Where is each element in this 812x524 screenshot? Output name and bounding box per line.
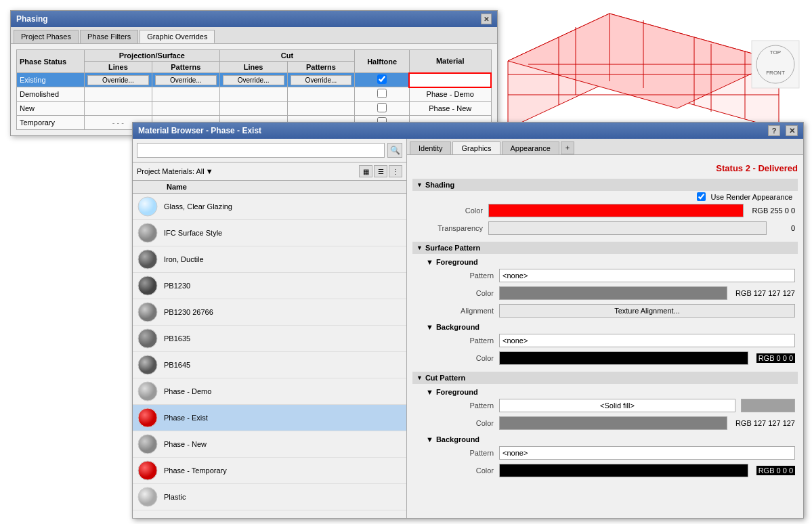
halftone-demolished[interactable] bbox=[377, 89, 387, 98]
solid-fill-button[interactable]: <Solid fill> bbox=[499, 399, 735, 412]
filter-dropdown-arrow: ▼ bbox=[206, 167, 213, 175]
list-item[interactable]: PB1645 bbox=[133, 352, 406, 378]
phasing-close-button[interactable]: ✕ bbox=[481, 14, 492, 24]
cut-foreground: ▼ Foreground Pattern <Solid fill> Color … bbox=[412, 387, 798, 431]
grid-view-button[interactable]: ▦ bbox=[359, 165, 372, 177]
tab-add-button[interactable]: + bbox=[561, 141, 574, 154]
material-name: Glass, Clear Glazing bbox=[164, 202, 232, 211]
list-item[interactable]: Iron, Ductile bbox=[133, 246, 406, 273]
transparency-label: Transparency bbox=[415, 224, 483, 232]
svg-point-17 bbox=[138, 197, 157, 216]
cut-fg-pattern-label: Pattern bbox=[426, 401, 494, 410]
override-btn-existing-cut-patterns[interactable]: Override... bbox=[291, 75, 352, 85]
tab-graphics[interactable]: Graphics bbox=[452, 141, 500, 154]
list-view-button[interactable]: ☰ bbox=[374, 165, 387, 177]
material-name: PB1635 bbox=[164, 334, 190, 343]
material-name: Phase - New bbox=[164, 440, 207, 448]
col-header-cut-patterns: Patterns bbox=[287, 62, 355, 73]
cut-bg-icon: ▼ bbox=[426, 435, 433, 443]
list-item[interactable]: Phase - Exist bbox=[133, 405, 406, 431]
surface-foreground: ▼ Foreground Pattern Color RGB 127 127 1… bbox=[412, 257, 798, 319]
thumbnail-iron bbox=[137, 248, 158, 270]
color-swatch-red[interactable] bbox=[488, 204, 744, 217]
surface-fg-pattern-row: Pattern bbox=[423, 267, 798, 284]
thumbnail-phase-temp bbox=[137, 460, 158, 481]
filter-dropdown[interactable]: Project Materials: All ▼ bbox=[137, 167, 213, 175]
cut-bg-label: Background bbox=[436, 435, 479, 443]
svg-point-25 bbox=[138, 408, 157, 427]
material-browser-body: 🔍 Project Materials: All ▼ ▦ ☰ ⋮ Name bbox=[133, 139, 803, 518]
options-button[interactable]: ⋮ bbox=[389, 165, 402, 177]
texture-alignment-button[interactable]: Texture Alignment... bbox=[499, 304, 795, 318]
cut-fg-color-swatch[interactable] bbox=[499, 416, 727, 430]
list-item[interactable]: Glass, Clear Glazing bbox=[133, 194, 406, 220]
thumbnail-pb1230 bbox=[137, 275, 158, 297]
override-btn-existing-proj-patterns[interactable]: Override... bbox=[155, 75, 217, 85]
tab-project-phases[interactable]: Project Phases bbox=[14, 30, 79, 43]
shading-section-header[interactable]: ▼ Shading bbox=[412, 179, 798, 191]
tab-phase-filters[interactable]: Phase Filters bbox=[80, 30, 138, 43]
name-column-header: Name bbox=[167, 183, 187, 191]
cut-fg-color-value: RGB 127 127 127 bbox=[735, 419, 795, 427]
svg-point-28 bbox=[138, 487, 157, 506]
surface-bg-icon: ▼ bbox=[426, 323, 433, 331]
material-browser-close-button[interactable]: ✕ bbox=[786, 125, 798, 136]
cut-pattern-label: Cut Pattern bbox=[425, 374, 465, 382]
list-item[interactable]: Phase - Demo bbox=[133, 378, 406, 405]
col-header-proj-lines: Lines bbox=[85, 62, 152, 73]
col-header-projection: Projection/Surface bbox=[85, 50, 220, 62]
color-label: Color bbox=[415, 206, 483, 215]
material-list[interactable]: Glass, Clear Glazing IFC Surface Style I… bbox=[133, 194, 406, 518]
svg-point-26 bbox=[138, 435, 157, 454]
cut-fg-header[interactable]: ▼ Foreground bbox=[423, 387, 798, 397]
phase-status-demolished: Demolished bbox=[17, 87, 85, 102]
use-render-label: Use Render Appearance bbox=[711, 193, 792, 201]
cut-bg-color-value: RGB 0 0 0 bbox=[756, 466, 795, 475]
list-item[interactable]: PB1230 bbox=[133, 273, 406, 299]
list-item[interactable]: PB1230 26766 bbox=[133, 299, 406, 326]
thumbnail-phase-exist bbox=[137, 407, 158, 429]
phase-status-new: New bbox=[17, 102, 85, 116]
cut-bg-pattern-input[interactable] bbox=[499, 446, 795, 460]
list-item[interactable]: Plastic bbox=[133, 484, 406, 510]
override-btn-existing-cut-lines[interactable]: Override... bbox=[223, 75, 284, 85]
use-render-checkbox[interactable] bbox=[697, 192, 706, 201]
surface-bg-color-swatch[interactable] bbox=[499, 351, 748, 365]
surface-fg-color-swatch[interactable] bbox=[499, 286, 727, 300]
material-existing[interactable]: Phase - Exist bbox=[409, 73, 491, 87]
help-button[interactable]: ? bbox=[768, 125, 780, 136]
override-btn-existing-proj-lines[interactable]: Override... bbox=[87, 75, 149, 85]
svg-text:TOP: TOP bbox=[770, 49, 781, 56]
cut-pattern-header[interactable]: ▼ Cut Pattern bbox=[412, 372, 798, 384]
halftone-existing[interactable] bbox=[377, 74, 387, 84]
surface-bg-header[interactable]: ▼ Background bbox=[423, 322, 798, 332]
surface-fg-header[interactable]: ▼ Foreground bbox=[423, 257, 798, 267]
cut-fg-pattern-row: Pattern <Solid fill> bbox=[423, 397, 798, 414]
cut-bg-color-swatch[interactable] bbox=[499, 464, 748, 477]
surface-fg-color-label: Color bbox=[426, 289, 494, 297]
list-item[interactable]: Phase - New bbox=[133, 431, 406, 458]
cut-fg-color-label: Color bbox=[426, 419, 494, 427]
transparency-bar[interactable] bbox=[488, 221, 767, 235]
color-row: Color RGB 255 0 0 bbox=[412, 202, 798, 219]
tab-graphic-overrides[interactable]: Graphic Overrides bbox=[140, 30, 215, 43]
cut-bg-header[interactable]: ▼ Background bbox=[423, 434, 798, 445]
list-column-header: Name bbox=[133, 181, 406, 194]
surface-fg-pattern-input[interactable] bbox=[499, 269, 795, 282]
svg-point-19 bbox=[138, 250, 157, 269]
list-item[interactable]: IFC Surface Style bbox=[133, 220, 406, 246]
search-icon[interactable]: 🔍 bbox=[387, 143, 402, 158]
surface-bg-pattern-input[interactable] bbox=[499, 334, 795, 347]
search-input[interactable] bbox=[137, 143, 385, 158]
list-item[interactable]: PB1635 bbox=[133, 326, 406, 352]
thumbnail-pb1230-26766 bbox=[137, 301, 158, 323]
phasing-title: Phasing bbox=[16, 14, 48, 24]
cut-fg-color-row: Color RGB 127 127 127 bbox=[423, 415, 798, 431]
halftone-new[interactable] bbox=[377, 103, 387, 112]
list-item[interactable]: Phase - Temporary bbox=[133, 458, 406, 484]
use-render-row: Use Render Appearance bbox=[412, 191, 798, 202]
tab-appearance[interactable]: Appearance bbox=[502, 141, 559, 154]
surface-pattern-header[interactable]: ▼ Surface Pattern bbox=[412, 242, 798, 254]
material-browser-dialog: Material Browser - Phase - Exist ? ✕ 🔍 P… bbox=[132, 122, 804, 519]
tab-identity[interactable]: Identity bbox=[410, 141, 451, 154]
